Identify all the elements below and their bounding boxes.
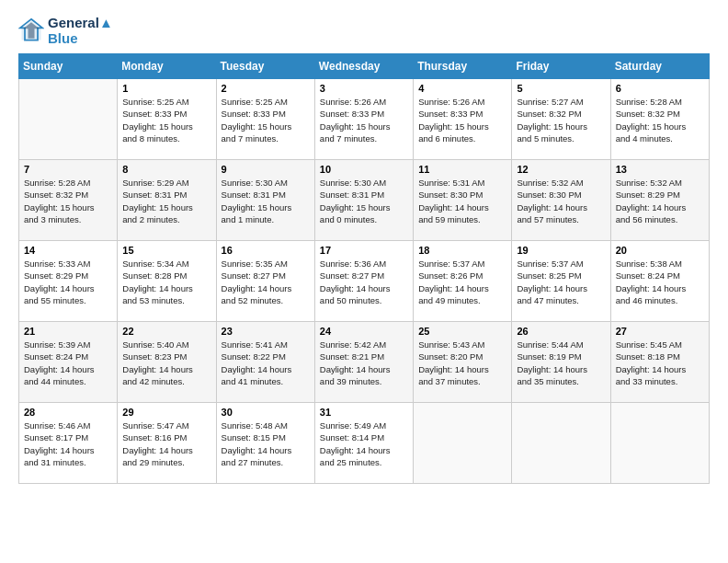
calendar-cell: 26Sunrise: 5:44 AM Sunset: 8:19 PM Dayli…: [512, 322, 610, 403]
day-number: 27: [616, 326, 704, 337]
calendar-cell: 12Sunrise: 5:32 AM Sunset: 8:30 PM Dayli…: [512, 160, 610, 241]
day-info: Sunrise: 5:34 AM Sunset: 8:28 PM Dayligh…: [122, 258, 210, 306]
weekday-header-monday: Monday: [118, 54, 216, 79]
day-number: 8: [122, 164, 210, 175]
calendar-cell: 20Sunrise: 5:38 AM Sunset: 8:24 PM Dayli…: [610, 241, 709, 322]
day-number: 14: [24, 245, 112, 256]
day-info: Sunrise: 5:30 AM Sunset: 8:31 PM Dayligh…: [320, 177, 408, 225]
calendar-cell: 5Sunrise: 5:27 AM Sunset: 8:32 PM Daylig…: [512, 79, 610, 160]
logo-text: General▲ Blue: [48, 15, 113, 46]
calendar-cell: 16Sunrise: 5:35 AM Sunset: 8:27 PM Dayli…: [216, 241, 314, 322]
day-number: 31: [320, 407, 408, 418]
calendar-cell: 21Sunrise: 5:39 AM Sunset: 8:24 PM Dayli…: [19, 322, 118, 403]
calendar-cell: 9Sunrise: 5:30 AM Sunset: 8:31 PM Daylig…: [216, 160, 314, 241]
day-info: Sunrise: 5:33 AM Sunset: 8:29 PM Dayligh…: [24, 258, 112, 306]
day-info: Sunrise: 5:44 AM Sunset: 8:19 PM Dayligh…: [517, 339, 605, 387]
day-info: Sunrise: 5:28 AM Sunset: 8:32 PM Dayligh…: [616, 96, 704, 144]
day-number: 23: [222, 326, 310, 337]
day-info: Sunrise: 5:40 AM Sunset: 8:23 PM Dayligh…: [122, 339, 210, 387]
day-info: Sunrise: 5:47 AM Sunset: 8:16 PM Dayligh…: [122, 419, 210, 468]
calendar-cell: 14Sunrise: 5:33 AM Sunset: 8:29 PM Dayli…: [19, 241, 118, 322]
calendar-cell: 29Sunrise: 5:47 AM Sunset: 8:16 PM Dayli…: [118, 403, 216, 484]
calendar-cell: [19, 79, 118, 160]
calendar-cell: [414, 403, 512, 484]
calendar-cell: 19Sunrise: 5:37 AM Sunset: 8:25 PM Dayli…: [512, 241, 610, 322]
day-number: 21: [24, 326, 112, 337]
day-info: Sunrise: 5:37 AM Sunset: 8:25 PM Dayligh…: [517, 258, 605, 306]
calendar-week-2: 7Sunrise: 5:28 AM Sunset: 8:32 PM Daylig…: [19, 160, 710, 241]
day-number: 19: [517, 245, 605, 256]
day-number: 9: [222, 164, 310, 175]
day-number: 24: [320, 326, 408, 337]
day-info: Sunrise: 5:39 AM Sunset: 8:24 PM Dayligh…: [24, 339, 112, 387]
calendar-cell: 11Sunrise: 5:31 AM Sunset: 8:30 PM Dayli…: [414, 160, 512, 241]
day-number: 5: [517, 83, 605, 94]
weekday-header-wednesday: Wednesday: [314, 54, 413, 79]
day-number: 25: [418, 326, 506, 337]
logo-icon: [18, 17, 44, 43]
day-number: 29: [122, 407, 210, 418]
day-info: Sunrise: 5:27 AM Sunset: 8:32 PM Dayligh…: [517, 96, 605, 144]
calendar-cell: 13Sunrise: 5:32 AM Sunset: 8:29 PM Dayli…: [610, 160, 709, 241]
calendar-table: SundayMondayTuesdayWednesdayThursdayFrid…: [18, 53, 710, 484]
day-info: Sunrise: 5:43 AM Sunset: 8:20 PM Dayligh…: [418, 339, 506, 387]
calendar-cell: 23Sunrise: 5:41 AM Sunset: 8:22 PM Dayli…: [216, 322, 314, 403]
weekday-header-row: SundayMondayTuesdayWednesdayThursdayFrid…: [19, 54, 710, 79]
day-info: Sunrise: 5:31 AM Sunset: 8:30 PM Dayligh…: [418, 177, 506, 225]
day-number: 4: [418, 83, 506, 94]
day-info: Sunrise: 5:32 AM Sunset: 8:30 PM Dayligh…: [517, 177, 605, 225]
weekday-header-thursday: Thursday: [414, 54, 512, 79]
calendar-cell: 4Sunrise: 5:26 AM Sunset: 8:33 PM Daylig…: [414, 79, 512, 160]
day-number: 28: [24, 407, 112, 418]
day-number: 10: [320, 164, 408, 175]
calendar-cell: 27Sunrise: 5:45 AM Sunset: 8:18 PM Dayli…: [610, 322, 709, 403]
day-number: 11: [418, 164, 506, 175]
calendar-cell: 3Sunrise: 5:26 AM Sunset: 8:33 PM Daylig…: [314, 79, 413, 160]
calendar-cell: 6Sunrise: 5:28 AM Sunset: 8:32 PM Daylig…: [610, 79, 709, 160]
day-info: Sunrise: 5:25 AM Sunset: 8:33 PM Dayligh…: [122, 96, 210, 144]
calendar-cell: [610, 403, 709, 484]
day-number: 7: [24, 164, 112, 175]
calendar-cell: 22Sunrise: 5:40 AM Sunset: 8:23 PM Dayli…: [118, 322, 216, 403]
calendar-cell: 24Sunrise: 5:42 AM Sunset: 8:21 PM Dayli…: [314, 322, 413, 403]
day-info: Sunrise: 5:45 AM Sunset: 8:18 PM Dayligh…: [616, 339, 704, 387]
day-number: 6: [616, 83, 704, 94]
calendar-cell: 17Sunrise: 5:36 AM Sunset: 8:27 PM Dayli…: [314, 241, 413, 322]
day-info: Sunrise: 5:26 AM Sunset: 8:33 PM Dayligh…: [320, 96, 408, 144]
day-number: 3: [320, 83, 408, 94]
day-number: 30: [222, 407, 310, 418]
calendar-cell: 31Sunrise: 5:49 AM Sunset: 8:14 PM Dayli…: [314, 403, 413, 484]
day-number: 12: [517, 164, 605, 175]
day-number: 1: [122, 83, 210, 94]
calendar-cell: 28Sunrise: 5:46 AM Sunset: 8:17 PM Dayli…: [19, 403, 118, 484]
calendar-week-1: 1Sunrise: 5:25 AM Sunset: 8:33 PM Daylig…: [19, 79, 710, 160]
page-header: General▲ Blue: [18, 15, 710, 46]
day-info: Sunrise: 5:30 AM Sunset: 8:31 PM Dayligh…: [222, 177, 310, 225]
calendar-week-3: 14Sunrise: 5:33 AM Sunset: 8:29 PM Dayli…: [19, 241, 710, 322]
day-number: 26: [517, 326, 605, 337]
day-info: Sunrise: 5:37 AM Sunset: 8:26 PM Dayligh…: [418, 258, 506, 306]
calendar-cell: 25Sunrise: 5:43 AM Sunset: 8:20 PM Dayli…: [414, 322, 512, 403]
day-info: Sunrise: 5:42 AM Sunset: 8:21 PM Dayligh…: [320, 339, 408, 387]
calendar-cell: 30Sunrise: 5:48 AM Sunset: 8:15 PM Dayli…: [216, 403, 314, 484]
calendar-cell: 1Sunrise: 5:25 AM Sunset: 8:33 PM Daylig…: [118, 79, 216, 160]
day-number: 13: [616, 164, 704, 175]
day-info: Sunrise: 5:35 AM Sunset: 8:27 PM Dayligh…: [222, 258, 310, 306]
day-info: Sunrise: 5:28 AM Sunset: 8:32 PM Dayligh…: [24, 177, 112, 225]
calendar-cell: 10Sunrise: 5:30 AM Sunset: 8:31 PM Dayli…: [314, 160, 413, 241]
day-info: Sunrise: 5:26 AM Sunset: 8:33 PM Dayligh…: [418, 96, 506, 144]
day-number: 2: [222, 83, 310, 94]
day-number: 18: [418, 245, 506, 256]
day-number: 17: [320, 245, 408, 256]
weekday-header-friday: Friday: [512, 54, 610, 79]
calendar-week-5: 28Sunrise: 5:46 AM Sunset: 8:17 PM Dayli…: [19, 403, 710, 484]
calendar-cell: 15Sunrise: 5:34 AM Sunset: 8:28 PM Dayli…: [118, 241, 216, 322]
day-info: Sunrise: 5:32 AM Sunset: 8:29 PM Dayligh…: [616, 177, 704, 225]
day-number: 16: [222, 245, 310, 256]
calendar-cell: 8Sunrise: 5:29 AM Sunset: 8:31 PM Daylig…: [118, 160, 216, 241]
weekday-header-tuesday: Tuesday: [216, 54, 314, 79]
calendar-cell: 7Sunrise: 5:28 AM Sunset: 8:32 PM Daylig…: [19, 160, 118, 241]
weekday-header-sunday: Sunday: [19, 54, 118, 79]
day-info: Sunrise: 5:49 AM Sunset: 8:14 PM Dayligh…: [320, 419, 408, 468]
calendar-cell: 2Sunrise: 5:25 AM Sunset: 8:33 PM Daylig…: [216, 79, 314, 160]
